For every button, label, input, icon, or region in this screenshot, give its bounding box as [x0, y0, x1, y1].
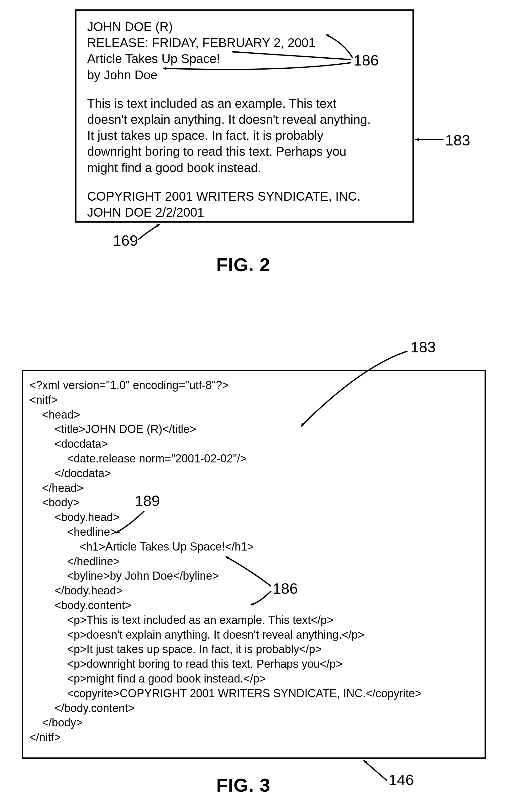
fig2-ref-169: 169: [113, 232, 138, 249]
xml-line: <body>: [30, 495, 478, 510]
xml-line: <p>This is text included as an example. …: [30, 613, 478, 628]
xml-line: <copyrite>COPYRIGHT 2001 WRITERS SYNDICA…: [30, 686, 478, 701]
fig3-ref-189: 189: [135, 492, 160, 509]
fig2-ref-186: 186: [353, 52, 379, 69]
xml-line: </body.head>: [30, 583, 478, 598]
xml-line: <p>It just takes up space. In fact, it i…: [30, 642, 478, 657]
fig2-body-line: This is text included as an example. Thi…: [87, 96, 402, 112]
xml-line: <h1>Article Takes Up Space!</h1>: [30, 540, 478, 554]
fig2-body-line: doesn't explain anything. It doesn't rev…: [87, 112, 402, 128]
fig3-ref-146: 146: [388, 771, 414, 788]
xml-line: <hedline>: [30, 525, 478, 540]
xml-line: <body.head>: [30, 510, 478, 525]
fig2-article-box: JOHN DOE (R) RELEASE: FRIDAY, FEBRUARY 2…: [75, 9, 414, 223]
fig3-ref-183: 183: [411, 339, 436, 356]
xml-line: <head>: [30, 408, 478, 422]
fig3-xml-box: <?xml version="1.0" encoding="utf-8"?> <…: [22, 370, 486, 759]
xml-line: <byline>by John Doe</byline>: [30, 569, 478, 583]
xml-line: <?xml version="1.0" encoding="utf-8"?>: [30, 378, 478, 393]
fig3-ref-186: 186: [273, 580, 298, 597]
fig2-title: JOHN DOE (R): [87, 19, 402, 35]
xml-line: <p>doesn't explain anything. It doesn't …: [30, 628, 478, 642]
fig2-body-line: downright boring to read this text. Perh…: [87, 144, 402, 160]
xml-line: </body>: [30, 715, 478, 730]
xml-line: <body.content>: [30, 598, 478, 613]
fig2-footer: JOHN DOE 2/2/2001: [87, 204, 402, 221]
patent-figure-page: JOHN DOE (R) RELEASE: FRIDAY, FEBRUARY 2…: [0, 0, 509, 812]
fig2-byline: by John Doe: [87, 67, 402, 83]
xml-line: <p>might find a good book instead.</p>: [30, 672, 478, 686]
fig3-caption: FIG. 3: [216, 774, 270, 796]
fig2-caption: FIG. 2: [216, 254, 270, 276]
xml-line: </docdata>: [30, 466, 478, 481]
xml-line: <p>downright boring to read this text. P…: [30, 657, 478, 672]
xml-line: </head>: [30, 481, 478, 496]
fig2-body-line: It just takes up space. In fact, it is p…: [87, 128, 402, 144]
xml-line: </hedline>: [30, 554, 478, 569]
fig2-ref-183: 183: [445, 132, 470, 149]
fig2-copyright: COPYRIGHT 2001 WRITERS SYNDICATE, INC.: [87, 189, 402, 204]
xml-line: </body.content>: [30, 701, 478, 716]
xml-line: <nitf>: [30, 393, 478, 408]
fig2-release: RELEASE: FRIDAY, FEBRUARY 2, 2001: [87, 35, 402, 51]
xml-line: <title>JOHN DOE (R)</title>: [30, 422, 478, 437]
xml-line: <date.release norm="2001-02-02"/>: [30, 451, 478, 466]
fig2-body-line: might find a good book instead.: [87, 160, 402, 176]
xml-line: </nitf>: [30, 730, 478, 745]
xml-line: <docdata>: [30, 437, 478, 451]
